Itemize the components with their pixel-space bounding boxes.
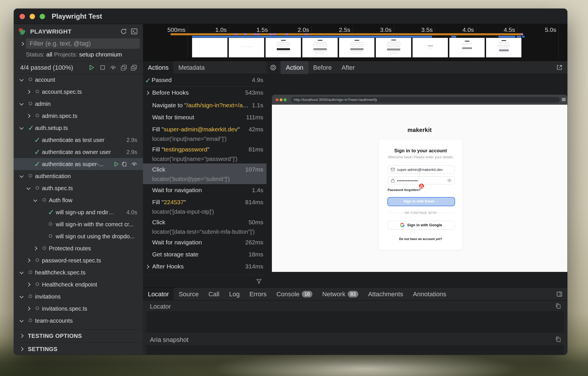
locator-textarea[interactable] [146,311,564,333]
chevron-down-icon[interactable] [33,198,37,202]
panel-layout-icon[interactable] [556,291,563,297]
timeline-screenshot-thumb[interactable] [266,38,301,57]
watch-test-icon[interactable] [131,161,138,167]
tree-item-will-sign-in-with-the-correct-cr-[interactable]: will sign-in with the correct cr... [14,218,143,230]
chevron-right-icon[interactable] [145,265,149,269]
timeline-screenshot-thumb[interactable] [192,38,227,57]
sidebar-section-settings[interactable]: SETTINGS [14,342,143,355]
chevron-right-icon[interactable] [26,283,30,287]
tree-item-will-sign-up-and-redirect-[interactable]: ✓will sign-up and redirect...4.0s [14,206,143,218]
refresh-icon[interactable] [120,28,127,35]
tab-locator[interactable]: Locator [143,288,174,301]
chevron-right-icon[interactable] [26,307,30,311]
forgot-password-link[interactable]: Password forgotten? [388,188,421,192]
chevron-right-icon[interactable] [145,91,149,95]
signup-link[interactable]: Do not have an account yet? [379,237,462,241]
email-field[interactable]: super-admin@makerkit.dev [388,165,455,174]
action-row[interactable]: Fill "super-admin@makerkit.dev"42mslocat… [143,123,266,143]
chevron-down-icon[interactable] [20,126,24,130]
popout-icon[interactable] [556,64,563,71]
timeline-screenshot-thumb[interactable] [486,38,521,57]
tree-item-authenticate-as-test-user[interactable]: ✓authenticate as test user2.9s [14,134,143,146]
chevron-right-icon[interactable] [26,114,30,118]
status-line[interactable]: Status: all Projects: setup chromium [26,50,122,59]
pick-locator-cell[interactable] [266,61,280,74]
browser-minimize-icon[interactable] [280,98,283,101]
timeline[interactable]: 500ms1.0s1.5s2.0s2.5s3.0s3.5s4.0s4.5s5.0… [143,24,567,61]
tab-source[interactable]: Source [174,288,204,301]
tab-call[interactable]: Call [204,288,224,301]
tab-action[interactable]: Action [281,61,308,74]
tree-item-auth-spec-ts[interactable]: auth.spec.ts [14,182,143,194]
chevron-right-icon[interactable] [33,246,37,250]
filter-input[interactable]: Filter (e.g. text, @tag) [26,38,140,49]
chevron-down-icon[interactable] [20,174,24,178]
action-row[interactable]: Click50mslocator('[data-test="submit-mfa… [143,216,266,236]
action-row[interactable]: Fill "testingpassword"81mslocator('input… [143,143,266,163]
run-test-icon[interactable] [113,161,119,167]
action-row[interactable]: Navigate to "/auth/sign-in?next=/aut...1… [143,99,266,111]
tab-before[interactable]: Before [308,61,337,74]
tree-item-password-reset-spec-ts[interactable]: password-reset.spec.ts [14,254,143,266]
filter-section-chevron-icon[interactable] [20,42,24,46]
chevron-down-icon[interactable] [20,77,24,81]
filter-funnel-icon[interactable] [256,278,262,285]
close-button[interactable] [20,14,25,19]
browser-close-icon[interactable] [276,98,278,101]
maximize-button[interactable] [40,14,45,19]
tree-item-authenticate-as-super-[interactable]: ✓authenticate as super-... [14,158,143,170]
chevron-down-icon[interactable] [20,102,24,106]
export-icon[interactable] [121,161,127,167]
tree-item-authentication[interactable]: authentication [14,170,143,182]
action-row[interactable]: Click107mslocator('button[type="submit"]… [143,163,266,184]
tab-console[interactable]: Console16 [272,288,318,301]
aria-textarea[interactable] [146,345,564,355]
tree-item-healthcheck-spec-ts[interactable]: healthcheck.spec.ts [14,266,143,278]
tab-errors[interactable]: Errors [245,288,272,301]
browser-url[interactable]: http://localhost:3000/auth/sign-in?next=… [291,97,560,103]
chevron-right-icon[interactable] [26,90,30,94]
show-password-icon[interactable] [447,179,452,182]
watch-icon[interactable] [110,64,117,71]
timeline-screenshot-thumb[interactable] [449,38,485,57]
action-row[interactable]: Get storage state18ms [143,248,266,260]
tree-item-auth-flow[interactable]: Auth flow [14,194,143,206]
titlebar[interactable]: Playwright Test [14,9,567,24]
tab-attachments[interactable]: Attachments [363,288,408,301]
chevron-down-icon[interactable] [26,186,30,190]
tab-after[interactable]: After [336,61,359,74]
copy-aria-icon[interactable] [555,336,561,342]
chevron-down-icon[interactable] [20,270,24,274]
expand-all-icon[interactable] [130,64,137,71]
tab-annotations[interactable]: Annotations [408,288,451,301]
tab-metadata[interactable]: Metadata [173,61,210,74]
browser-menu-icon[interactable] [562,98,566,101]
run-all-icon[interactable] [88,64,95,71]
tab-log[interactable]: Log [224,288,245,301]
tree-item-admin[interactable]: admin [14,98,143,110]
timeline-screenshot-thumb[interactable] [376,38,411,57]
collapse-all-icon[interactable] [120,64,127,71]
timeline-screenshot-thumb[interactable] [302,38,338,57]
tree-item-account[interactable]: account [14,74,143,86]
tree-item-account-spec-ts[interactable]: account.spec.ts [14,86,143,98]
tree-item-will-sign-out-using-the-dropdo-[interactable]: will sign out using the dropdo... [14,230,143,242]
tab-network[interactable]: Network83 [317,288,363,301]
tree-item-protected-routes[interactable]: Protected routes [14,242,143,254]
minimize-button[interactable] [30,14,35,19]
action-row[interactable]: Fill "224537"814mslocator('[data-input-o… [143,196,266,216]
chevron-right-icon[interactable] [26,258,30,262]
action-row[interactable]: After Hooks314ms [143,260,266,273]
tree-item-invitations[interactable]: invitations [14,291,143,303]
tree-item-team-accounts[interactable]: team-accounts [14,315,143,327]
sidebar-section-testing-options[interactable]: TESTING OPTIONS [14,329,143,342]
browser-maximize-icon[interactable] [284,98,287,101]
tab-actions[interactable]: Actions [143,61,173,74]
chevron-down-icon[interactable] [20,318,24,322]
copy-locator-icon[interactable] [555,303,561,309]
stop-icon[interactable] [99,64,106,71]
action-row[interactable]: Before Hooks543ms [143,87,266,99]
terminal-icon[interactable] [131,28,138,35]
chevron-down-icon[interactable] [20,294,24,298]
tree-item-auth-setup-ts[interactable]: ✓auth.setup.ts [14,122,143,134]
